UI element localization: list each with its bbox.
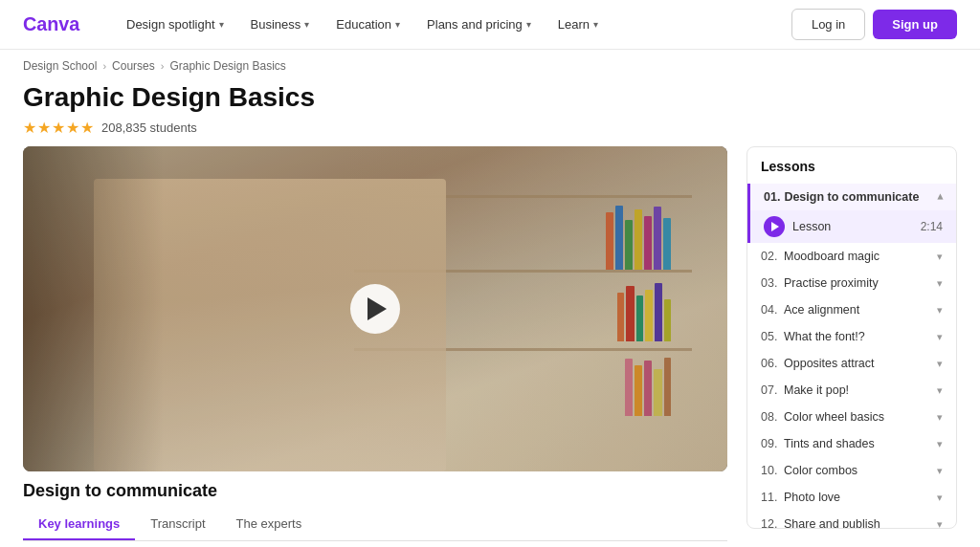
chevron-up-icon: ▾ <box>937 191 943 204</box>
lesson-11-label: Photo love <box>784 491 937 504</box>
sidebar-title: Lessons <box>747 159 956 184</box>
star-1: ★ <box>23 119 36 137</box>
lesson-06-label: Opposites attract <box>784 357 937 370</box>
lesson-sub-label: Lesson <box>792 220 913 233</box>
lesson-06-num: 06. <box>761 357 780 370</box>
lesson-12-num: 12. <box>761 517 780 529</box>
lesson-07-num: 07. <box>761 383 780 397</box>
play-tri-small-icon <box>771 222 779 231</box>
breadcrumb-sep-2: › <box>161 60 165 72</box>
lesson-12[interactable]: 12. Share and publish ▾ <box>747 511 956 529</box>
chevron-down-icon: ▾ <box>937 358 943 370</box>
chevron-down-icon: ▾ <box>593 19 598 30</box>
lesson-03[interactable]: 03. Practise proximity ▾ <box>747 270 956 296</box>
chevron-down-icon: ▾ <box>937 277 943 290</box>
tab-the-experts[interactable]: The experts <box>221 509 318 540</box>
play-triangle-icon <box>368 297 387 320</box>
nav-plans-pricing[interactable]: Plans and pricing ▾ <box>415 11 543 37</box>
lesson-01-header[interactable]: 01. Design to communicate ▾ <box>750 184 956 210</box>
chevron-down-icon: ▾ <box>395 19 400 30</box>
video-section: Design to communicate Key learnings Tran… <box>23 146 727 547</box>
lesson-12-label: Share and publish <box>784 517 937 529</box>
lesson-06[interactable]: 06. Opposites attract ▾ <box>747 350 956 377</box>
video-player[interactable] <box>23 146 727 471</box>
chevron-down-icon: ▾ <box>937 304 943 317</box>
lesson-01-num: 01. <box>764 190 780 204</box>
top-nav: Canva Design spotlight ▾ Business ▾ Educ… <box>0 0 980 50</box>
breadcrumb-sep-1: › <box>102 60 106 72</box>
lesson-09-label: Tints and shades <box>784 437 937 450</box>
nav-actions: Log in Sign up <box>791 9 957 40</box>
chevron-down-icon: ▾ <box>304 19 309 30</box>
star-3: ★ <box>52 119 65 137</box>
main-content: Design to communicate Key learnings Tran… <box>0 146 980 547</box>
svg-text:Canva: Canva <box>23 13 80 34</box>
nav-learn[interactable]: Learn ▾ <box>546 11 610 37</box>
breadcrumb: Design School › Courses › Graphic Design… <box>0 50 980 77</box>
chevron-down-icon: ▾ <box>937 384 943 397</box>
star-4: ★ <box>66 119 79 137</box>
lessons-sidebar: Lessons 01. Design to communicate ▾ Less… <box>746 146 957 529</box>
nav-education[interactable]: Education ▾ <box>324 11 412 37</box>
lesson-05-label: What the font!? <box>784 330 937 343</box>
signup-button[interactable]: Sign up <box>873 10 957 39</box>
lesson-04[interactable]: 04. Ace alignment ▾ <box>747 296 956 323</box>
lesson-03-label: Practise proximity <box>784 276 937 290</box>
star-rating: ★ ★ ★ ★ ★ <box>23 119 94 137</box>
chevron-down-icon: ▾ <box>937 492 943 504</box>
star-half: ★ <box>80 119 94 137</box>
lesson-09[interactable]: 09. Tints and shades ▾ <box>747 430 956 457</box>
lesson-03-num: 03. <box>761 276 780 290</box>
lesson-04-label: Ace alignment <box>784 303 937 317</box>
lesson-09-num: 09. <box>761 437 780 450</box>
lesson-10-label: Color combos <box>784 464 937 477</box>
lesson-05-num: 05. <box>761 330 780 343</box>
nav-design-spotlight[interactable]: Design spotlight ▾ <box>115 11 235 37</box>
chevron-down-icon: ▾ <box>219 19 224 30</box>
chevron-down-icon: ▾ <box>526 19 531 30</box>
play-icon-small <box>764 216 785 237</box>
lesson-01-expanded: 01. Design to communicate ▾ Lesson 2:14 <box>747 184 956 243</box>
play-button[interactable] <box>350 284 400 334</box>
lesson-11[interactable]: 11. Photo love ▾ <box>747 484 956 511</box>
chevron-down-icon: ▾ <box>937 331 943 343</box>
chevron-down-icon: ▾ <box>937 518 943 530</box>
students-count: 208,835 students <box>101 120 197 135</box>
lesson-title: Design to communicate <box>23 481 727 501</box>
page-header: Graphic Design Basics ★ ★ ★ ★ ★ 208,835 … <box>0 77 980 146</box>
canva-logo[interactable]: Canva <box>23 11 92 38</box>
lesson-10[interactable]: 10. Color combos ▾ <box>747 457 956 484</box>
lesson-02-num: 02. <box>761 250 780 263</box>
breadcrumb-design-school[interactable]: Design School <box>23 59 97 73</box>
rating-row: ★ ★ ★ ★ ★ 208,835 students <box>23 119 957 137</box>
tab-transcript[interactable]: Transcript <box>135 509 220 540</box>
breadcrumb-courses[interactable]: Courses <box>112 59 155 73</box>
lesson-02[interactable]: 02. Moodboard magic ▾ <box>747 243 956 270</box>
lesson-10-num: 10. <box>761 464 780 477</box>
chevron-down-icon: ▾ <box>937 251 943 263</box>
lesson-11-num: 11. <box>761 491 780 504</box>
lesson-08-num: 08. <box>761 410 780 424</box>
chevron-down-icon: ▾ <box>937 465 943 477</box>
lesson-07[interactable]: 07. Make it pop! ▾ <box>747 377 956 404</box>
nav-links: Design spotlight ▾ Business ▾ Education … <box>115 11 791 37</box>
login-button[interactable]: Log in <box>791 9 865 40</box>
tabs-row: Key learnings Transcript The experts <box>23 509 727 541</box>
chevron-down-icon: ▾ <box>937 411 943 424</box>
star-2: ★ <box>37 119 51 137</box>
lesson-08-label: Color wheel basics <box>784 410 937 424</box>
lesson-07-label: Make it pop! <box>784 383 937 397</box>
lesson-01-sub[interactable]: Lesson 2:14 <box>750 210 956 243</box>
breadcrumb-current: Graphic Design Basics <box>169 59 285 73</box>
lesson-05[interactable]: 05. What the font!? ▾ <box>747 323 956 350</box>
chevron-down-icon: ▾ <box>937 438 943 450</box>
lesson-08[interactable]: 08. Color wheel basics ▾ <box>747 404 956 430</box>
lesson-02-label: Moodboard magic <box>784 250 937 263</box>
nav-business[interactable]: Business ▾ <box>239 11 322 37</box>
page-title: Graphic Design Basics <box>23 82 957 113</box>
lesson-01-label: Design to communicate <box>784 190 937 204</box>
lesson-04-num: 04. <box>761 303 780 317</box>
lesson-sub-time: 2:14 <box>921 220 943 233</box>
tab-key-learnings[interactable]: Key learnings <box>23 509 135 540</box>
play-overlay <box>23 146 727 471</box>
